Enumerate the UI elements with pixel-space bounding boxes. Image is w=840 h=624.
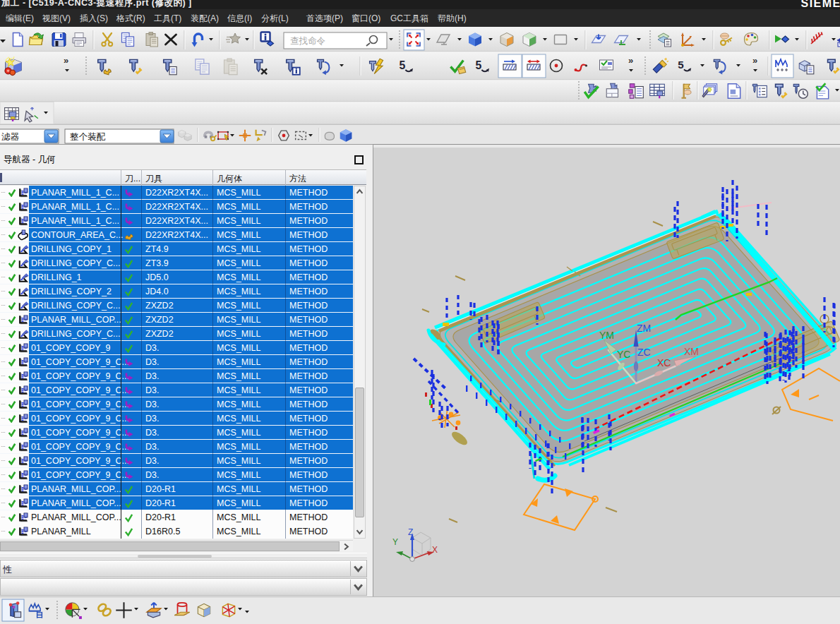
svg-text:ZM: ZM [637,323,651,334]
svg-text:YC: YC [617,349,630,360]
svg-text:YM: YM [599,330,614,341]
svg-text:XM: XM [684,346,699,357]
svg-text:X: X [432,545,438,555]
svg-text:ZC: ZC [637,347,651,358]
svg-text:整个装配: 整个装配 [70,132,106,142]
svg-text:Y: Y [392,537,398,547]
svg-text:查找命令: 查找命令 [290,36,325,46]
svg-text:Z: Z [408,527,413,537]
svg-text:滤器: 滤器 [1,132,20,142]
svg-text:»: » [752,55,757,66]
svg-text:»: » [628,55,633,66]
svg-text:XC: XC [657,357,671,368]
svg-text:»: » [64,55,68,66]
